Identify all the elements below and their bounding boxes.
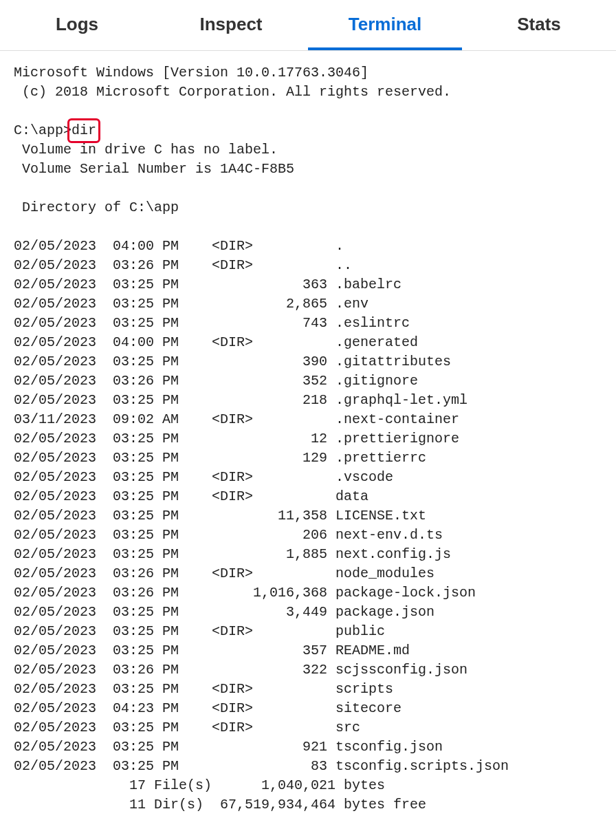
directory-of-line: Directory of C:\app [14,200,179,215]
dir-listing: 02/05/2023 04:00 PM <DIR> . 02/05/2023 0… [14,238,509,774]
terminal-output[interactable]: Microsoft Windows [Version 10.0.17763.30… [0,51,616,827]
banner-line: (c) 2018 Microsoft Corporation. All righ… [14,84,451,100]
tab-logs[interactable]: Logs [0,0,154,50]
tab-stats[interactable]: Stats [462,0,616,50]
command-text: dir [72,122,96,138]
summary-dirs: 11 Dir(s) 67,519,934,464 bytes free [14,797,426,812]
command-highlight: dir [72,121,96,140]
volume-line: Volume in drive C has no label. [14,142,278,158]
tab-terminal[interactable]: Terminal [308,0,462,50]
banner-line: Microsoft Windows [Version 10.0.17763.30… [14,65,368,80]
summary-files: 17 File(s) 1,040,021 bytes [14,777,385,793]
prompt-path: C:\app> [14,122,72,138]
serial-line: Volume Serial Number is 1A4C-F8B5 [14,161,294,177]
tab-inspect[interactable]: Inspect [154,0,308,50]
tab-bar: Logs Inspect Terminal Stats [0,0,616,51]
